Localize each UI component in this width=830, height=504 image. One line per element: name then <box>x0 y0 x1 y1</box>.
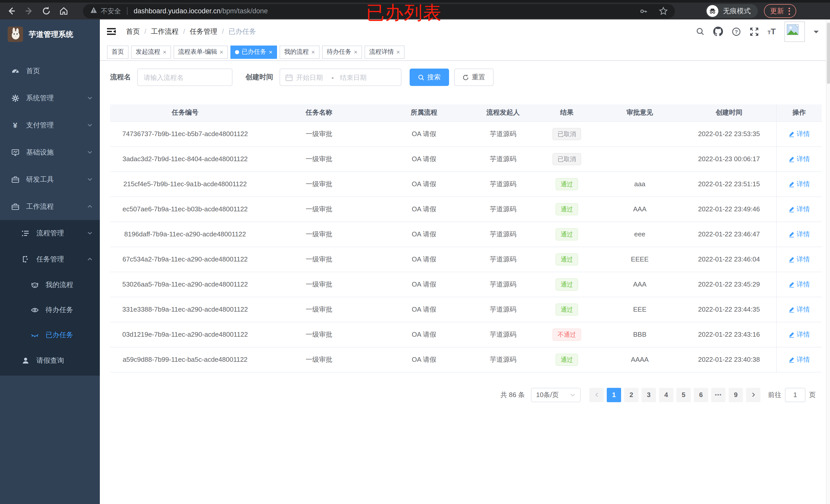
breadcrumb-home[interactable]: 首页 <box>126 27 140 36</box>
detail-link[interactable]: 详情 <box>789 204 810 214</box>
tag-my-process[interactable]: 我的流程× <box>280 45 320 59</box>
page-button[interactable]: 5 <box>676 388 691 402</box>
detail-link-label: 详情 <box>797 154 810 164</box>
url-host: dashboard.yudao.iocoder.cn <box>134 7 220 15</box>
fold-sidebar-icon[interactable] <box>106 27 116 36</box>
detail-link[interactable]: 详情 <box>789 230 810 239</box>
page-button[interactable]: 9 <box>729 388 743 402</box>
cell-create-time: 2022-01-22 23:43:16 <box>682 322 776 347</box>
detail-link[interactable]: 详情 <box>789 154 810 164</box>
cell-task-id: 331e3388-7b9a-11ec-a290-acde48001122 <box>110 297 260 322</box>
star-icon[interactable] <box>659 7 668 15</box>
page-button[interactable]: 3 <box>642 388 656 402</box>
detail-link[interactable]: 详情 <box>789 330 810 339</box>
cell-create-time: 2022-01-22 23:51:15 <box>682 171 776 197</box>
close-icon[interactable]: × <box>220 48 223 56</box>
caret-down-icon[interactable] <box>813 30 819 36</box>
sidebar-item-label: 工作流程 <box>26 202 54 211</box>
update-button[interactable]: 更新 <box>764 4 796 18</box>
tag-form-edit[interactable]: 流程表单-编辑× <box>173 45 228 59</box>
cell-starter: 芋道源码 <box>470 121 536 146</box>
sidebar-item-my-process[interactable]: 我的流程 <box>0 272 100 297</box>
close-icon[interactable]: × <box>269 48 273 56</box>
sidebar-item-done-tasks[interactable]: 已办任务 <box>0 322 100 347</box>
tag-todo-tasks[interactable]: 待办任务× <box>322 45 362 59</box>
sidebar-item-label: 研发工具 <box>26 175 54 184</box>
home-icon[interactable] <box>57 5 70 17</box>
next-page-button[interactable] <box>746 388 760 402</box>
close-icon[interactable]: × <box>396 48 400 56</box>
process-name-input[interactable] <box>137 69 232 86</box>
help-icon[interactable]: ? <box>732 27 741 36</box>
detail-link[interactable]: 详情 <box>789 280 810 289</box>
fullscreen-icon[interactable] <box>749 27 759 36</box>
tag-done-tasks[interactable]: 已办任务× <box>230 45 277 59</box>
sidebar-item-todo-tasks[interactable]: 待办任务 <box>0 297 100 322</box>
back-icon[interactable] <box>5 5 18 17</box>
eye-closed-icon <box>30 331 39 339</box>
sidebar-item-payment[interactable]: ¥ 支付管理 <box>0 111 100 139</box>
date-range-picker[interactable]: - <box>279 69 401 86</box>
detail-link[interactable]: 详情 <box>789 129 810 138</box>
cell-task-name: 一级审批 <box>260 222 378 247</box>
scrollbar-thumb[interactable] <box>827 23 830 84</box>
cell-process: OA 请假 <box>378 171 470 197</box>
page-button[interactable]: 1 <box>607 388 621 402</box>
cell-create-time: 2022-01-22 23:46:47 <box>682 222 776 247</box>
tag-label: 待办任务 <box>327 47 351 56</box>
goto-page-input[interactable] <box>785 388 805 402</box>
end-date-input[interactable] <box>338 73 369 81</box>
close-icon[interactable]: × <box>354 48 357 56</box>
tag-process-detail[interactable]: 流程详情× <box>364 45 405 59</box>
sidebar-item-task-mgmt[interactable]: 任务管理 <box>0 246 100 272</box>
sidebar-item-label: 首页 <box>26 66 40 75</box>
page-scrollbar[interactable] <box>826 20 830 504</box>
page-size-select[interactable]: 10条/页 <box>531 388 581 402</box>
url-path: /bpm/task/done <box>220 7 268 15</box>
sidebar-item-leave-query[interactable]: 请假查询 <box>0 347 100 373</box>
sidebar-item-workflow[interactable]: 工作流程 <box>0 193 100 220</box>
sidebar-item-home[interactable]: 首页 <box>0 57 100 85</box>
tag-home[interactable]: 首页 <box>107 45 129 59</box>
page-button[interactable]: 4 <box>659 388 673 402</box>
cell-result: 通过 <box>536 272 598 297</box>
detail-link[interactable]: 详情 <box>789 355 810 364</box>
detail-link[interactable]: 详情 <box>789 255 810 264</box>
avatar[interactable] <box>785 21 805 42</box>
range-separator: - <box>331 73 334 81</box>
col-comment: 审批意见 <box>598 104 682 121</box>
chevron-up-icon <box>87 256 93 262</box>
chevron-down-icon <box>87 122 93 128</box>
cell-create-time: 2022-01-22 23:46:04 <box>682 247 776 272</box>
sidebar-item-system[interactable]: 系统管理 <box>0 85 100 111</box>
tag-start-process[interactable]: 发起流程× <box>131 45 171 59</box>
sidebar-item-process-mgmt[interactable]: 流程管理 <box>0 220 100 246</box>
sidebar-item-infra[interactable]: 基础设施 <box>0 139 100 166</box>
detail-link-label: 详情 <box>797 204 810 214</box>
reload-icon[interactable] <box>40 5 52 17</box>
breadcrumb-workflow[interactable]: 工作流程 <box>151 27 179 36</box>
reset-button[interactable]: 重置 <box>454 69 493 86</box>
page-button[interactable]: ••• <box>711 388 726 402</box>
font-size-icon[interactable]: TT <box>768 27 776 36</box>
key-icon[interactable] <box>640 7 648 15</box>
detail-link[interactable]: 详情 <box>789 179 810 189</box>
more-vert-icon[interactable] <box>789 7 790 14</box>
github-icon[interactable] <box>713 27 723 36</box>
sidebar-item-devtools[interactable]: 研发工具 <box>0 166 100 193</box>
header-actions: ? TT <box>696 21 819 42</box>
forward-icon[interactable] <box>23 5 35 17</box>
detail-link[interactable]: 详情 <box>789 305 810 314</box>
search-button[interactable]: 搜索 <box>409 69 449 86</box>
search-icon[interactable] <box>696 27 705 36</box>
cell-task-name: 一级审批 <box>260 297 378 322</box>
start-date-input[interactable] <box>296 73 328 81</box>
page-button[interactable]: 6 <box>694 388 708 402</box>
page-unit-label: 页 <box>809 390 816 399</box>
cell-starter: 芋道源码 <box>470 197 536 222</box>
cell-create-time: 2022-01-22 23:44:35 <box>682 297 776 322</box>
page-button[interactable]: 2 <box>624 388 639 402</box>
breadcrumb-task-mgmt[interactable]: 任务管理 <box>190 27 217 36</box>
close-icon[interactable]: × <box>311 48 315 56</box>
close-icon[interactable]: × <box>163 48 166 56</box>
